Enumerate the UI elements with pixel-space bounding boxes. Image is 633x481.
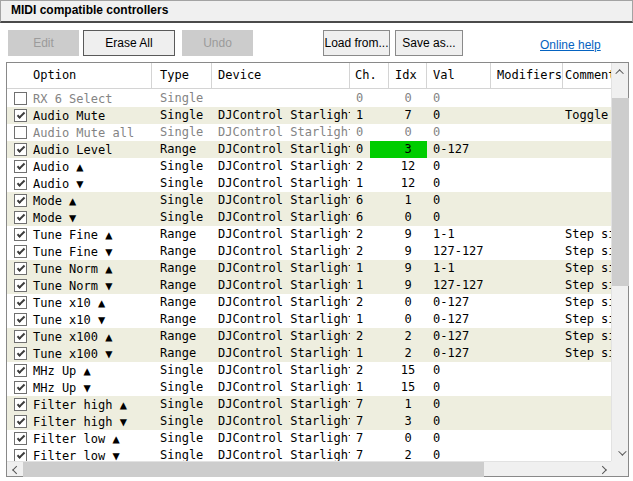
- header-channel[interactable]: Ch.: [350, 63, 389, 89]
- table-row[interactable]: Audio Level Range DJControl Starlight 0 …: [7, 141, 611, 158]
- row-checkbox[interactable]: [14, 194, 27, 207]
- modifiers-cell: [491, 311, 563, 328]
- option-cell: Mode ▼: [7, 209, 152, 226]
- device-cell: DJControl Starlight: [212, 362, 350, 379]
- header-val[interactable]: Val: [427, 63, 491, 89]
- save-as-button[interactable]: Save as...: [395, 30, 463, 56]
- channel-cell: 1: [350, 379, 389, 396]
- option-label: Tune Fine ▼: [27, 244, 112, 260]
- row-checkbox[interactable]: [14, 177, 27, 190]
- row-checkbox[interactable]: [14, 109, 27, 122]
- table-row[interactable]: Tune Norm ▲ Range DJControl Starlight 1 …: [7, 260, 611, 277]
- table-row[interactable]: Filter low ▼ Single DJControl Starlight …: [7, 447, 611, 461]
- option-label: Tune x100 ▲: [27, 329, 112, 345]
- row-checkbox[interactable]: [14, 381, 27, 394]
- val-cell: 1-1: [427, 226, 491, 243]
- channel-cell: 0: [350, 124, 389, 141]
- header-modifiers[interactable]: Modifiers: [491, 63, 563, 89]
- header-idx[interactable]: Idx: [389, 63, 427, 89]
- header-device[interactable]: Device: [212, 63, 350, 89]
- row-checkbox[interactable]: [14, 415, 27, 428]
- row-checkbox[interactable]: [14, 279, 27, 292]
- channel-cell: 1: [350, 311, 389, 328]
- table-row[interactable]: Tune x100 ▲ Range DJControl Starlight 2 …: [7, 328, 611, 345]
- table-row[interactable]: Mode ▲ Single DJControl Starlight 6 1 0: [7, 192, 611, 209]
- row-checkbox[interactable]: [14, 143, 27, 156]
- row-checkbox[interactable]: [14, 245, 27, 258]
- load-from-button[interactable]: Load from...: [323, 30, 390, 56]
- online-help-link[interactable]: Online help: [540, 38, 601, 52]
- vertical-scrollbar[interactable]: [611, 63, 628, 461]
- row-checkbox[interactable]: [14, 432, 27, 445]
- edit-button[interactable]: Edit: [8, 30, 79, 56]
- row-checkbox[interactable]: [14, 211, 27, 224]
- comment-cell: [563, 158, 611, 175]
- device-cell: DJControl Starlight: [212, 243, 350, 260]
- row-checkbox[interactable]: [14, 330, 27, 343]
- checkmark-icon: [16, 195, 24, 203]
- header-comment[interactable]: Comment: [563, 63, 611, 89]
- modifiers-cell: [491, 447, 563, 461]
- channel-cell: 1: [350, 260, 389, 277]
- modifiers-cell: [491, 158, 563, 175]
- scroll-left-button[interactable]: [7, 462, 22, 477]
- device-cell: DJControl Starlight: [212, 192, 350, 209]
- checkmark-icon: [16, 297, 24, 305]
- table-row[interactable]: Tune x10 ▲ Range DJControl Starlight 2 0…: [7, 294, 611, 311]
- modifiers-cell: [491, 294, 563, 311]
- table-row[interactable]: Tune x100 ▼ Range DJControl Starlight 1 …: [7, 345, 611, 362]
- checkmark-icon: [16, 314, 24, 322]
- table-row[interactable]: Filter high ▼ Single DJControl Starlight…: [7, 413, 611, 430]
- scroll-down-button[interactable]: [612, 444, 629, 461]
- option-cell: Audio ▼: [7, 175, 152, 192]
- table-row[interactable]: Tune x10 ▼ Range DJControl Starlight 1 0…: [7, 311, 611, 328]
- chevron-down-icon: [618, 447, 626, 455]
- row-checkbox[interactable]: [14, 449, 27, 461]
- option-cell: Audio ▲: [7, 158, 152, 175]
- row-checkbox[interactable]: [14, 126, 27, 139]
- horizontal-scrollbar[interactable]: [7, 461, 611, 476]
- table-row[interactable]: MHz Up ▼ Single DJControl Starlight 1 15…: [7, 379, 611, 396]
- table-row[interactable]: Audio Mute all Single DJControl Starligh…: [7, 124, 611, 141]
- header-type[interactable]: Type: [152, 63, 212, 89]
- table-row[interactable]: RX 6 Select Single 0 0 0: [7, 90, 611, 107]
- row-checkbox[interactable]: [14, 160, 27, 173]
- channel-cell: 2: [350, 294, 389, 311]
- table-row[interactable]: Tune Fine ▲ Range DJControl Starlight 2 …: [7, 226, 611, 243]
- val-cell: 0: [427, 447, 491, 461]
- undo-button[interactable]: Undo: [182, 30, 253, 56]
- modifiers-cell: [491, 175, 563, 192]
- table-row[interactable]: Mode ▼ Single DJControl Starlight 6 0 0: [7, 209, 611, 226]
- table-row[interactable]: Audio ▲ Single DJControl Starlight 2 12 …: [7, 158, 611, 175]
- row-checkbox[interactable]: [14, 296, 27, 309]
- table-row[interactable]: Filter high ▲ Single DJControl Starlight…: [7, 396, 611, 413]
- modifiers-cell: [491, 430, 563, 447]
- table-row[interactable]: Audio ▼ Single DJControl Starlight 1 12 …: [7, 175, 611, 192]
- scroll-right-button[interactable]: [596, 462, 611, 477]
- row-checkbox[interactable]: [14, 313, 27, 326]
- horizontal-scrollbar-thumb[interactable]: [23, 462, 484, 477]
- row-checkbox[interactable]: [14, 364, 27, 377]
- table-row[interactable]: Filter low ▲ Single DJControl Starlight …: [7, 430, 611, 447]
- row-checkbox[interactable]: [14, 262, 27, 275]
- row-checkbox[interactable]: [14, 92, 27, 105]
- scroll-up-button[interactable]: [612, 63, 629, 80]
- chevron-up-icon: [615, 69, 623, 77]
- comment-cell: [563, 379, 611, 396]
- table-row[interactable]: MHz Up ▲ Single DJControl Starlight 2 15…: [7, 362, 611, 379]
- row-checkbox[interactable]: [14, 228, 27, 241]
- vertical-scrollbar-thumb[interactable]: [612, 98, 629, 286]
- comment-cell: Step siz: [563, 345, 611, 362]
- row-checkbox[interactable]: [14, 398, 27, 411]
- table-row[interactable]: Tune Norm ▼ Range DJControl Starlight 1 …: [7, 277, 611, 294]
- idx-cell: 0: [389, 430, 427, 447]
- option-cell: Tune x10 ▲: [7, 294, 152, 311]
- table-row[interactable]: Audio Mute Single DJControl Starlight 1 …: [7, 107, 611, 124]
- header-option[interactable]: Option: [7, 63, 152, 89]
- comment-cell: [563, 192, 611, 209]
- table-row[interactable]: Tune Fine ▼ Range DJControl Starlight 2 …: [7, 243, 611, 260]
- idx-cell: 12: [389, 158, 427, 175]
- erase-all-button[interactable]: Erase All: [83, 30, 175, 56]
- device-cell: DJControl Starlight: [212, 311, 350, 328]
- row-checkbox[interactable]: [14, 347, 27, 360]
